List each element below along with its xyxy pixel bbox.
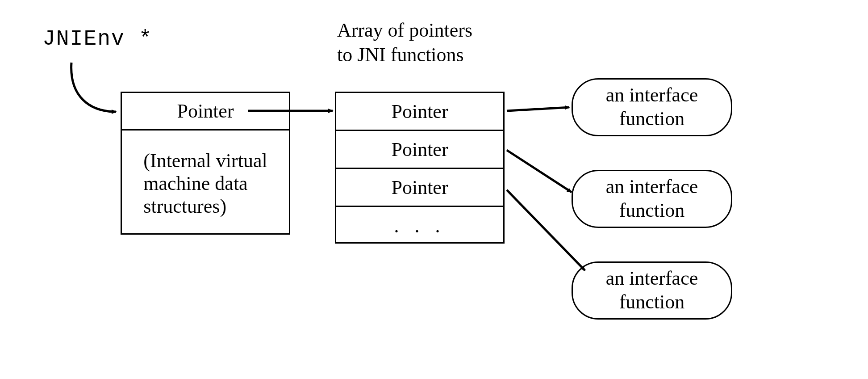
jnienv-box: Pointer (Internal virtual machine data s… (121, 92, 290, 235)
array-row-2: Pointer (336, 169, 503, 207)
arrow-env-to-box (71, 63, 116, 112)
array-row-3: . . . (336, 207, 503, 245)
jnienv-pointer-cell: Pointer (122, 93, 289, 131)
interface-function-0: an interface function (572, 78, 732, 136)
jnienv-internal-cell: (Internal virtual machine data structure… (122, 131, 289, 236)
interface-function-2: an interface function (572, 261, 732, 320)
array-title: Array of pointers to JNI functions (337, 18, 472, 67)
array-title-line2: to JNI functions (337, 42, 472, 67)
arrow-array0-to-func0 (507, 107, 569, 111)
array-row-0: Pointer (336, 93, 503, 131)
array-title-line1: Array of pointers (337, 18, 472, 42)
jnienv-label: JNIEnv * (42, 27, 152, 51)
pointer-array-box: Pointer Pointer Pointer . . . (335, 92, 505, 244)
interface-function-1: an interface function (572, 170, 732, 228)
arrow-array1-to-func1 (507, 150, 572, 192)
array-row-1: Pointer (336, 131, 503, 169)
